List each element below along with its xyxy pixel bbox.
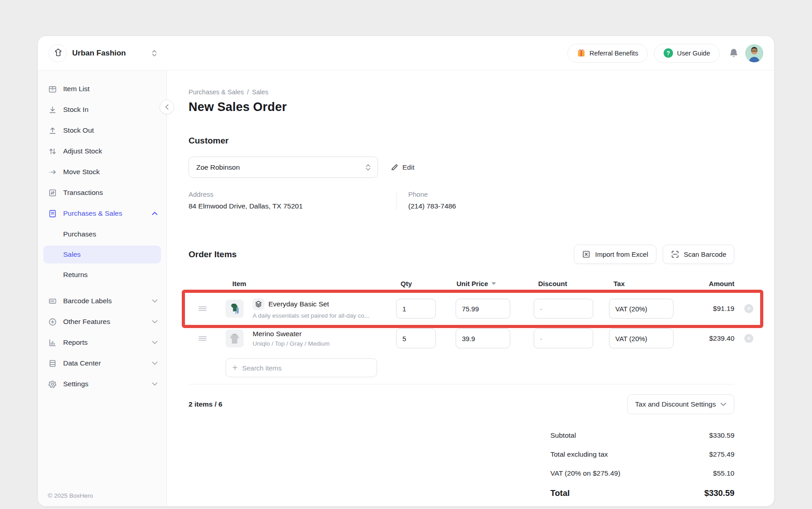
unit-price-input[interactable] <box>456 329 510 348</box>
notifications-bell-icon[interactable] <box>729 48 739 59</box>
app-window: Urban Fashion Referral Benefits ? User G… <box>38 36 774 506</box>
sidebar-item-purchases-sales[interactable]: Purchases & Sales <box>38 203 166 224</box>
arrow-right-icon <box>48 167 57 176</box>
breadcrumb-page[interactable]: Sales <box>252 88 268 96</box>
scan-barcode-button[interactable]: Scan Barcode <box>663 245 734 264</box>
referral-benefits-button[interactable]: Referral Benefits <box>567 44 648 63</box>
amount-value: $239.40 <box>674 334 734 342</box>
customer-select[interactable]: Zoe Robinson <box>189 157 378 178</box>
sidebar-item-other-features[interactable]: Other Features <box>38 311 166 332</box>
tax-select[interactable]: VAT (20%) <box>609 299 674 319</box>
sidebar-label: Other Features <box>63 318 110 326</box>
remove-item-button[interactable]: ✕ <box>740 304 758 313</box>
copyright-text: © 2025 BoxHero <box>48 492 93 499</box>
tax-select[interactable]: VAT (20%) <box>609 329 674 348</box>
sidebar-label: Stock Out <box>63 126 94 134</box>
edit-label: Edit <box>402 163 415 171</box>
barcode-icon <box>48 296 57 305</box>
sidebar-label: Data Center <box>63 359 101 367</box>
sidebar-item-item-list[interactable]: Item List <box>38 79 166 99</box>
user-avatar[interactable] <box>745 44 763 62</box>
search-items-box[interactable]: + <box>226 358 377 377</box>
topbar: Urban Fashion Referral Benefits ? User G… <box>38 36 774 70</box>
remove-item-button[interactable]: ✕ <box>740 334 758 343</box>
referral-benefits-label: Referral Benefits <box>590 50 638 57</box>
sidebar-item-settings[interactable]: Settings <box>38 374 166 394</box>
bundle-layers-icon <box>253 298 264 310</box>
col-header-qty: Qty <box>396 280 436 287</box>
sidebar-label: Barcode Labels <box>63 297 112 305</box>
edit-customer-button[interactable]: Edit <box>391 163 415 171</box>
customer-heading: Customer <box>189 136 734 146</box>
scan-barcode-label: Scan Barcode <box>684 250 726 258</box>
transactions-icon <box>48 188 57 197</box>
summary-row: VAT (20% on $275.49) $55.10 <box>550 464 734 483</box>
sidebar-item-barcode-labels[interactable]: Barcode Labels <box>38 291 166 311</box>
col-header-unit-price[interactable]: Unit Price <box>456 280 510 287</box>
sidebar-item-adjust-stock[interactable]: Adjust Stock <box>38 141 166 162</box>
search-items-input[interactable] <box>242 364 370 372</box>
chevron-down-icon <box>152 382 157 386</box>
import-from-excel-button[interactable]: Import from Excel <box>574 245 656 264</box>
address-label: Address <box>189 190 384 198</box>
col-header-amount: Amount <box>674 280 734 287</box>
bar-chart-icon <box>48 338 57 347</box>
sidebar-label: Purchases & Sales <box>63 209 122 217</box>
drag-handle[interactable] <box>189 306 226 311</box>
sidebar-label: Item List <box>63 85 90 93</box>
order-summary: Subtotal $330.59 Total excluding tax $27… <box>550 426 734 503</box>
item-name: Everyday Basic Set <box>268 300 329 308</box>
sidebar-item-move-stock[interactable]: Move Stock <box>38 162 166 182</box>
drag-handle[interactable] <box>189 336 226 341</box>
breadcrumb: Purchases & Sales / Sales <box>189 88 734 96</box>
chevron-down-icon <box>152 341 157 344</box>
chevron-down-icon <box>152 361 157 365</box>
user-guide-button[interactable]: ? User Guide <box>654 44 720 63</box>
chevron-down-icon <box>152 320 157 324</box>
discount-input[interactable] <box>534 299 593 319</box>
sidebar-item-sales[interactable]: Sales <box>43 245 161 264</box>
breadcrumb-section[interactable]: Purchases & Sales <box>189 88 244 96</box>
page-title: New Sales Order <box>189 100 734 114</box>
order-item-row: Everyday Basic Set A daily essentials se… <box>189 294 734 324</box>
gift-icon <box>577 49 586 57</box>
user-guide-label: User Guide <box>677 50 710 57</box>
document-icon <box>48 209 57 218</box>
sidebar-item-stock-out[interactable]: Stock Out <box>38 120 166 141</box>
item-subtitle: Uniqlo / Top / Gray / Medium <box>253 340 391 347</box>
tax-value: VAT (20%) <box>615 335 647 342</box>
sidebar-item-reports[interactable]: Reports <box>38 332 166 353</box>
discount-input[interactable] <box>534 329 593 348</box>
tshirt-hanger-icon <box>52 48 63 59</box>
plus-circle-icon <box>48 317 57 326</box>
sidebar-item-data-center[interactable]: Data Center <box>38 353 166 374</box>
sidebar-label: Adjust Stock <box>63 147 102 155</box>
summary-row: Subtotal $330.59 <box>550 426 734 445</box>
tax-discount-settings-button[interactable]: Tax and Discount Settings <box>627 394 734 414</box>
sidebar-item-returns[interactable]: Returns <box>38 264 166 285</box>
items-count: 2 items / 6 <box>189 400 222 408</box>
tax-value: VAT (20%) <box>615 305 647 313</box>
sidebar-item-stock-in[interactable]: Stock In <box>38 99 166 120</box>
qty-input[interactable] <box>396 329 436 348</box>
sidebar: Item List Stock In Stock Out Adjust Stoc… <box>38 70 167 506</box>
total-value: $330.59 <box>704 488 734 498</box>
phone-value: (214) 783-7486 <box>408 202 456 210</box>
order-items-section: Order Items Import from Excel Scan Barco… <box>189 245 734 503</box>
unit-price-input[interactable] <box>456 299 510 319</box>
vertical-divider <box>396 191 397 210</box>
summary-value: $330.59 <box>709 431 734 440</box>
pencil-icon <box>391 163 398 171</box>
item-subtitle: A daily essentials set paired for all-da… <box>253 312 391 319</box>
summary-label: Total excluding tax <box>550 450 608 458</box>
box-icon <box>48 84 57 93</box>
sidebar-label: Purchases <box>63 230 96 238</box>
sort-down-icon <box>491 282 496 285</box>
sidebar-item-transactions[interactable]: Transactions <box>38 182 166 203</box>
qty-input[interactable] <box>396 299 436 319</box>
sidebar-item-purchases[interactable]: Purchases <box>38 224 166 245</box>
sidebar-collapse-button[interactable] <box>160 100 174 114</box>
close-icon: ✕ <box>744 334 753 343</box>
summary-total-row: Total $330.59 <box>550 484 734 503</box>
workspace-switcher[interactable] <box>152 50 157 56</box>
